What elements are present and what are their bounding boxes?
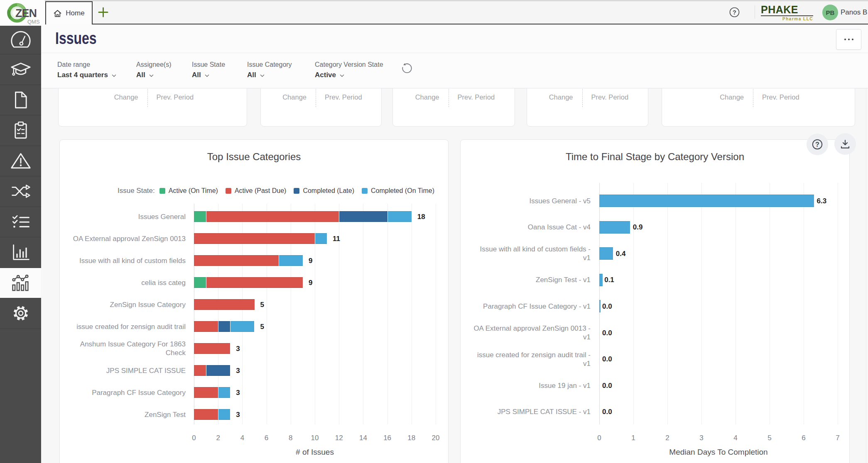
user-name[interactable]: Panos B: [841, 8, 867, 17]
x-axis-title: # of Issues: [194, 448, 436, 457]
filter-date-range[interactable]: Date range Last 4 quarters: [57, 61, 116, 79]
filter-value[interactable]: All: [247, 71, 292, 79]
sidebar-item-analytics[interactable]: [0, 268, 41, 299]
zenqms-logo[interactable]: ZEN QMS: [0, 0, 45, 26]
filter-value[interactable]: Last 4 quarters: [57, 71, 116, 79]
refresh-button[interactable]: [401, 62, 413, 74]
filter-category-version-state[interactable]: Category Version State Active: [315, 61, 383, 79]
bar-median-days: [599, 195, 814, 207]
sidebar-item-audits[interactable]: [0, 115, 41, 146]
bar-median-days: [599, 300, 601, 312]
kpi-prev-period-label: Prev. Period: [325, 93, 362, 101]
bar-total-label: 3: [236, 345, 240, 352]
zenqms-logo-icon: ZEN QMS: [5, 2, 44, 25]
svg-text:?: ?: [733, 9, 736, 16]
bar-value-label: 0.4: [616, 250, 626, 257]
kpi-labels: Change Prev. Period: [662, 93, 855, 101]
filter-value[interactable]: All: [136, 71, 171, 79]
x-tick-label: 7: [836, 434, 839, 442]
bar-value-label: 0.1: [604, 276, 614, 283]
dot: [852, 39, 853, 40]
bar-median-days: [599, 247, 613, 260]
analytics-icon: [10, 273, 31, 293]
new-tab-button[interactable]: [98, 7, 108, 17]
kpi-prev-period-label: Prev. Period: [458, 93, 495, 101]
help-button[interactable]: ?: [729, 7, 740, 17]
alert-triangle-icon: [10, 151, 31, 171]
chart-download-button[interactable]: [834, 133, 856, 155]
x-tick-label: 6: [265, 434, 268, 442]
header-underline: [93, 24, 868, 24]
gauge-icon: [10, 29, 31, 50]
filter-value[interactable]: All: [192, 71, 225, 79]
gridline: [770, 183, 770, 424]
company-name: PHAKE: [761, 4, 813, 15]
category-label: Oana Issue Cat - v4: [466, 223, 591, 232]
legend-item-completed-late-[interactable]: Completed (Late): [294, 187, 354, 195]
x-tick-label: 16: [383, 434, 391, 442]
bar-total-label: 9: [309, 279, 312, 286]
filter-value[interactable]: Active: [315, 71, 383, 79]
bar-segment-active-past-due-: [194, 255, 279, 266]
sidebar-item-settings[interactable]: [0, 298, 41, 329]
chart-card-time-to-final-stage: Time to Final Stage by Category Version …: [460, 139, 850, 463]
x-tick-label: 1: [631, 434, 635, 442]
chevron-down-icon: [205, 73, 209, 78]
clipboard-icon: [10, 120, 31, 141]
gridline: [701, 183, 702, 424]
sidebar-item-issues[interactable]: [0, 146, 41, 177]
filter-label: Issue State: [192, 61, 225, 68]
x-axis-title: Median Days To Completion: [599, 448, 838, 457]
kpi-change-label: Change: [549, 93, 573, 101]
gear-icon: [10, 303, 31, 324]
bar-total-label: 3: [236, 389, 240, 396]
kpi-prev-period-label: Prev. Period: [157, 93, 194, 101]
chart-help-button[interactable]: ?: [807, 134, 828, 155]
category-label: ZenSign Issue Category: [65, 300, 186, 309]
tab-home[interactable]: Home: [45, 1, 93, 24]
chevron-down-icon: [112, 73, 116, 78]
document-icon: [10, 90, 31, 110]
page-menu-button[interactable]: [836, 29, 861, 50]
bar-segment-active-on-time-: [194, 277, 206, 288]
category-label: issue created for zensign audit trail: [65, 322, 186, 331]
bar-segment-active-past-due-: [194, 343, 230, 354]
x-tick-label: 5: [767, 434, 771, 442]
x-tick-label: 2: [665, 434, 669, 442]
home-icon: [53, 9, 62, 18]
sidebar-item-tasks[interactable]: [0, 207, 41, 238]
filter-assignee-s-[interactable]: Assignee(s) All: [136, 61, 171, 79]
x-tick-label: 18: [407, 434, 415, 442]
category-label: ZenSign Test - v1: [466, 275, 591, 284]
legend-item-active-on-time-[interactable]: Active (On Time): [159, 187, 218, 195]
chart-title-left: Top Issue Categories: [60, 151, 448, 163]
svg-text:QMS: QMS: [27, 19, 40, 25]
x-tick-label: 2: [216, 434, 220, 442]
sidebar-item-change-control[interactable]: [0, 176, 41, 207]
bar-segment-active-past-due-: [194, 233, 315, 244]
category-label: OA External approval ZenSign 0013 -v1: [466, 324, 591, 341]
tab-home-label: Home: [66, 9, 84, 17]
user-avatar[interactable]: PB: [822, 5, 838, 20]
gridline: [412, 204, 412, 424]
refresh-icon: [401, 62, 413, 74]
sidebar-item-dashboard[interactable]: [0, 26, 41, 54]
x-tick-label: 4: [240, 434, 244, 442]
legend-item-completed-on-time-[interactable]: Completed (On Time): [362, 187, 434, 195]
x-tick-label: 3: [699, 434, 703, 442]
bar-segment-completed-on-time-: [387, 211, 412, 222]
filter-issue-state[interactable]: Issue State All: [192, 61, 225, 79]
sidebar-item-reports[interactable]: [0, 237, 41, 268]
legend-item-active-past-due-[interactable]: Active (Past Due): [226, 187, 286, 195]
sidebar-item-documents[interactable]: [0, 85, 41, 116]
gridline: [667, 183, 668, 424]
bar-segment-completed-late-: [218, 321, 230, 332]
category-label: Issues General: [65, 212, 186, 221]
sidebar-nav: [0, 26, 41, 463]
kpi-labels: Change Prev. Period: [261, 93, 381, 101]
bar-value-label: 0.9: [633, 224, 643, 231]
gridline: [838, 183, 838, 424]
filter-issue-category[interactable]: Issue Category All: [247, 61, 292, 79]
bar-total-label: 3: [236, 411, 240, 418]
sidebar-item-training[interactable]: [0, 54, 41, 85]
